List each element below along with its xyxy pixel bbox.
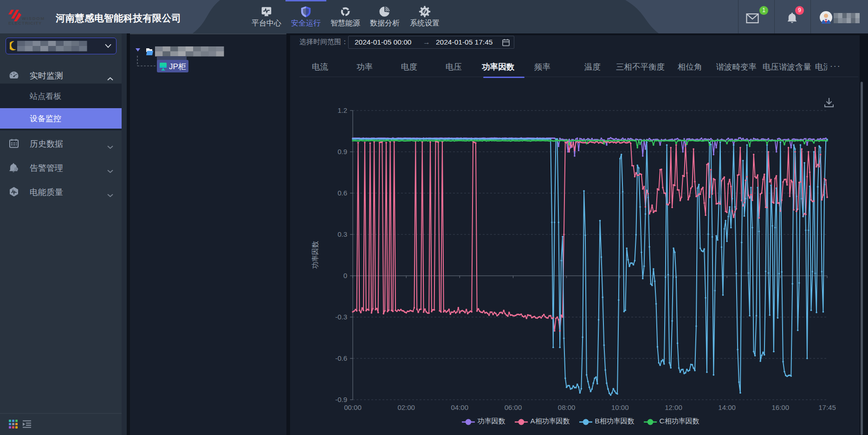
svg-text:ELECTRICITY: ELECTRICITY (8, 20, 42, 26)
